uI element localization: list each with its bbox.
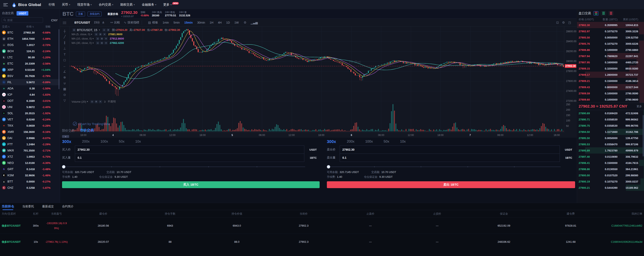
coin-row-FTT[interactable]: ≡FTT1.2484-2.29% <box>0 141 60 147</box>
leverage-10x[interactable]: 10x <box>400 140 406 144</box>
bid-row[interactable]: 27900.000.0107520299.98080 <box>577 172 644 178</box>
coin-row-GRT[interactable]: GGRT0.1418-3.48% <box>0 166 60 172</box>
close-icon[interactable]: ✕ <box>104 42 108 44</box>
eye-icon[interactable]: ⊙ <box>96 42 99 44</box>
leverage-50x[interactable]: 50x <box>119 140 124 144</box>
bid-row[interactable]: 27890.710.0358530999.96562 <box>577 116 644 122</box>
buy-button[interactable]: 买入 1BTC <box>62 181 320 188</box>
gear-icon[interactable]: ⚙ <box>100 37 104 40</box>
chart-pair-label[interactable]: BTC/USDT <box>74 21 90 24</box>
eye-icon[interactable]: ⊙ <box>96 37 99 40</box>
tab-usdt[interactable]: USDT <box>16 11 28 16</box>
indicators-button[interactable]: ∿技術指標 <box>124 21 139 24</box>
bid-row[interactable]: 27900.210.544439015189.962 <box>577 184 644 191</box>
ask-row[interactable]: 27905.760.10752703000.6226 <box>577 40 644 47</box>
chevron-down-icon[interactable]: ▼ <box>98 29 100 31</box>
bid-row[interactable]: 27890.750.0358530999.96705 <box>577 122 644 129</box>
bid-row[interactable]: 27894.501.117166031162.786 <box>577 129 644 135</box>
leverage-50x[interactable]: 50x <box>384 140 389 144</box>
coin-row-MKR[interactable]: MMKR701.3500-2.71% <box>0 147 60 154</box>
coin-row-SOL[interactable]: ≡SOL20.3515-1.92% <box>0 110 60 116</box>
candles-style-icon[interactable]: ||| <box>63 21 66 24</box>
nav-item-现货市场[interactable]: 现货市场▾ <box>77 3 92 6</box>
sort-icon[interactable]: ⇅ <box>8 26 10 28</box>
bid-row[interactable]: 27897.400.0110690308.79632 <box>577 154 644 160</box>
screenshot-icon[interactable]: ⊡ <box>556 21 559 24</box>
ask-row[interactable]: 27902.970.10752703000.3226 <box>577 28 644 34</box>
eye-icon[interactable]: ⊙ <box>102 28 106 32</box>
positions-tab-当前委托[interactable]: 当前委托 <box>22 203 34 210</box>
leverage-300x[interactable]: 300x <box>62 139 71 144</box>
eye-icon[interactable]: ⊙ <box>94 33 98 36</box>
bid-row[interactable]: 27898.410.15000004184.7615 <box>577 160 644 166</box>
positions-tab-合约简介[interactable]: 合约简介 <box>62 203 74 210</box>
tab-limit-order[interactable]: 限价交易 <box>62 129 74 133</box>
badge-perpetual[interactable]: 永续合约 <box>88 12 102 16</box>
coin-row-BTC[interactable]: ฿BTC27902.30-0.68% <box>0 30 60 36</box>
template-button[interactable]: ▨模板 <box>148 21 158 24</box>
ask-row[interactable]: 27909.210.15000004186.3814 <box>577 78 644 84</box>
timeframe-1D[interactable]: 1D <box>226 21 230 24</box>
search-input[interactable] <box>7 19 38 22</box>
close-icon[interactable]: ✕ <box>99 100 102 103</box>
orderbook-view-both-icon[interactable] <box>594 11 598 16</box>
coin-row-UNI[interactable]: UUNI5.9872-2.40% <box>0 104 60 110</box>
timeframe-1min[interactable]: 1min <box>162 21 169 24</box>
timeframe-30min[interactable]: 30min <box>197 21 205 24</box>
sell-amount-slider[interactable] <box>327 165 561 168</box>
nav-item-更多[interactable]: 更多▾NEW <box>163 3 179 6</box>
ask-row[interactable]: 27902.300.359999510044.815 <box>577 22 644 28</box>
coin-row-EOS[interactable]: ◇EOS1.2017-2.72% <box>0 42 60 48</box>
leverage-100x[interactable]: 100x <box>365 140 373 144</box>
ask-row[interactable]: 27909.600.10000002790.9600 <box>577 96 644 103</box>
gear-icon[interactable]: ⚙ <box>244 21 246 24</box>
bid-row[interactable]: 27898.860.0130550364.21961 <box>577 166 644 172</box>
nav-item-金融服务[interactable]: 金融服务▾ <box>142 3 156 6</box>
coin-row-KSM[interactable]: KKSM32.9606-1.46% <box>0 172 60 178</box>
coin-row-XTZ[interactable]: tXTZ1.0953-5.75% <box>0 154 60 160</box>
ask-row[interactable]: 27905.500.0050000139.52750 <box>577 34 644 40</box>
ask-row[interactable]: 27906.860.10000002790.6860 <box>577 47 644 53</box>
coin-row-NEO[interactable]: NNEO12.0100-4.30% <box>0 160 60 166</box>
tab-market-order[interactable]: 市价交易 <box>80 128 94 133</box>
coin-row-XMR[interactable]: MXMR156.3600-0.16% <box>0 129 60 135</box>
header-change[interactable]: 涨幅 <box>34 25 50 28</box>
logo[interactable]: Bico Global <box>12 2 41 8</box>
measure-tool-icon[interactable]: ∠ <box>62 69 68 74</box>
sidebar-scrollbar[interactable] <box>58 29 59 89</box>
trendline-tool-icon[interactable]: ╱ <box>62 34 68 40</box>
tradingview-watermark[interactable]: Chart by TradingView <box>73 122 110 126</box>
gear-icon[interactable]: ⚙ <box>94 100 98 103</box>
text-tool-icon[interactable]: T <box>62 51 68 57</box>
leverage-100x[interactable]: 100x <box>100 140 108 144</box>
timeframe-5min[interactable]: 5min <box>173 21 180 24</box>
bid-row[interactable]: 27895.500.0050000139.47750 <box>577 135 644 141</box>
slider-thumb[interactable] <box>327 165 330 168</box>
magnet-tool-icon[interactable]: ∪ <box>62 80 68 86</box>
close-icon[interactable]: ✕ <box>103 33 106 36</box>
slider-thumb[interactable] <box>62 165 65 168</box>
sell-price-input[interactable] <box>340 148 560 151</box>
sell-button[interactable]: 卖出 1BTC <box>327 181 575 188</box>
shapes-tool-icon[interactable]: ◻ <box>62 57 68 63</box>
header-pair[interactable]: 交易 <box>2 25 8 28</box>
badge-mainboard[interactable]: 主板 <box>76 12 85 16</box>
coin-row-ETH[interactable]: ◆ETH1854.7000-1.08% <box>0 36 60 42</box>
zoom-tool-icon[interactable]: ⊕ <box>62 74 68 80</box>
settings-gear-icon[interactable]: ⚙ <box>562 21 565 24</box>
close-icon[interactable]: ✕ <box>104 37 108 40</box>
price-axis[interactable]: 28600.0028400.0028200.0028000.0027800.00… <box>564 26 576 132</box>
more-link[interactable]: 更多 <box>636 104 642 108</box>
leverage-200x[interactable]: 200x <box>82 140 90 144</box>
coin-row-BSV[interactable]: ฿BSV35.7928-2.79% <box>0 73 60 79</box>
chevron-down-icon[interactable]: ∨ <box>62 135 69 138</box>
sell-amount-input[interactable] <box>340 156 560 159</box>
positions-tab-当前持仓[interactable]: 当前持仓 <box>2 203 14 210</box>
pattern-tool-icon[interactable]: ▦ <box>62 86 68 92</box>
position-row[interactable]: 做多BTC/USDT300x-1931959.18(-0.99%)28180.5… <box>0 218 644 234</box>
ask-row[interactable]: 27909.171.280000035723.737 <box>577 72 644 78</box>
tab-favorites[interactable]: 自选交易 <box>2 12 14 15</box>
sort-icon[interactable]: ⇅ <box>32 26 34 28</box>
chevron-down-icon[interactable]: ▼ <box>86 100 88 103</box>
interval-selector[interactable]: 15分 <box>94 21 100 24</box>
